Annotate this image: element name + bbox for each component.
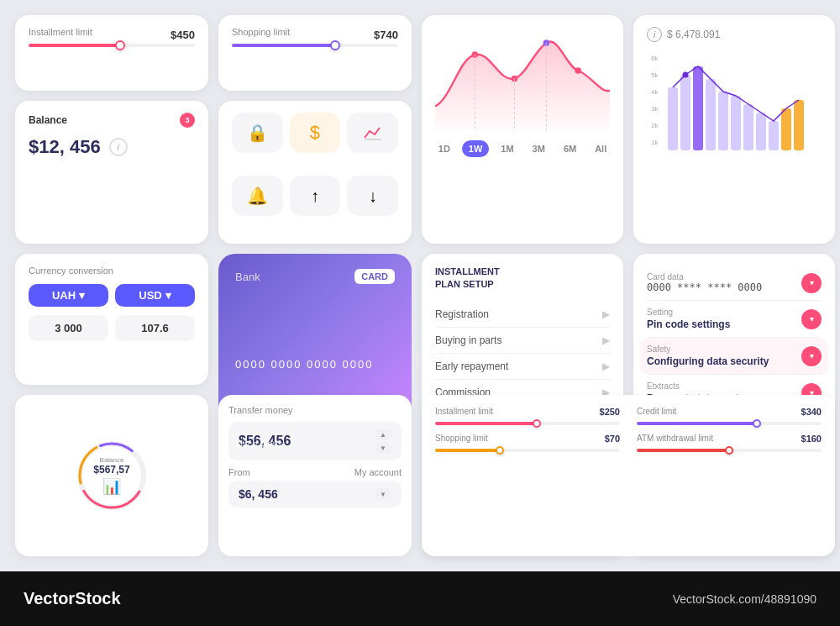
shopping-limit-value: $740: [374, 29, 398, 41]
plan-item-registration[interactable]: Registration ▶: [435, 302, 610, 328]
shopping-limit-card: Shopping limit $740: [218, 15, 412, 91]
balance-amount: $12, 456: [29, 136, 101, 158]
time-btn-3m[interactable]: 3M: [526, 140, 552, 157]
from-expand-btn[interactable]: ▼: [375, 488, 391, 500]
card-holder: Mitch Moris: [235, 439, 395, 449]
installment-slider-track[interactable]: [29, 44, 195, 47]
info-card-header: i $ 6,478.091: [647, 27, 822, 42]
extracts-sub: Etxtracts: [647, 381, 745, 391]
svg-point-3: [575, 67, 581, 74]
notification-badge[interactable]: 3: [180, 113, 195, 128]
svg-rect-13: [668, 87, 678, 150]
shopping-slider-thumb[interactable]: [330, 40, 340, 50]
credit-bar-thumb: [753, 419, 761, 428]
upload-icon-btn[interactable]: ↑: [290, 176, 341, 216]
balance-info-button[interactable]: i: [109, 138, 128, 156]
to-currency-value[interactable]: 107.6: [115, 315, 195, 341]
from-amount-row: $6, 456 ▼: [228, 481, 402, 508]
from-account: My account: [354, 467, 402, 477]
svg-text:4k: 4k: [651, 88, 659, 96]
from-currency-select[interactable]: UAH ▾: [29, 284, 108, 307]
atm-bar: [637, 449, 822, 452]
credit-bar: [637, 422, 822, 425]
shopping-bar-thumb: [496, 446, 504, 455]
limit-installment-item: Installment limit $250: [435, 407, 620, 425]
lock-icon-btn[interactable]: 🔒: [232, 113, 283, 153]
bar-chart: 6k 5k 4k 3k 2k 1k: [647, 45, 815, 155]
svg-rect-16: [706, 79, 716, 150]
pin-expand[interactable]: ▾: [801, 309, 822, 329]
limits-grid: Installment limit $250 Credit limit $340: [435, 407, 822, 452]
plan-title: INSTALLMENTPLAN SETUP: [435, 266, 610, 292]
time-btn-all[interactable]: All: [588, 140, 613, 157]
installment-bar: [435, 422, 620, 425]
time-btn-1w[interactable]: 1W: [462, 140, 490, 157]
svg-rect-18: [731, 96, 741, 150]
action-icons-card: 🔒 $ 🔔 ↑ ↓: [218, 101, 412, 244]
from-currency-value[interactable]: 3 000: [29, 315, 108, 341]
dollar-icon-btn[interactable]: $: [290, 113, 341, 153]
bank-card-top: Bank CARD: [235, 269, 395, 284]
time-btn-6m[interactable]: 6M: [557, 140, 583, 157]
download-icon-btn[interactable]: ↓: [347, 176, 398, 216]
from-stepper: ▼: [375, 488, 391, 500]
info-card-value: $ 6,478.091: [667, 29, 720, 40]
shopping-slider-track[interactable]: [232, 44, 398, 47]
svg-rect-17: [718, 92, 728, 150]
balance-label-text: Balance: [29, 114, 67, 126]
from-row: From My account: [228, 467, 402, 477]
pin-sub: Setting: [647, 308, 730, 317]
limit-atm-item: ATM withdrawal limit $160: [637, 434, 822, 452]
footer: VectorStock VectorStock.com/48891090: [0, 571, 840, 626]
balance-amount-row: $12, 456 i: [29, 136, 195, 158]
plan-item-buying[interactable]: Buying in parts ▶: [435, 328, 610, 354]
svg-point-24: [683, 72, 689, 78]
limits-bottom-card: Installment limit $250 Credit limit $340: [422, 395, 835, 556]
bar-chart-icon: 📊: [93, 477, 129, 496]
svg-text:2k: 2k: [651, 122, 659, 129]
from-label: From: [228, 467, 250, 477]
time-btn-1m[interactable]: 1M: [494, 140, 520, 157]
currency-conversion-card: Currency conversion UAH ▾ USD ▾ 3 000 10…: [15, 254, 208, 385]
info-stats-card: i $ 6,478.091 6k 5k 4k 3k 2k 1k: [633, 15, 835, 244]
bank-name: Bank: [235, 271, 260, 283]
transfer-label: Transfer money: [228, 405, 402, 415]
safety-sub: Safety: [647, 345, 769, 354]
footer-url: VectorStock.com/48891090: [673, 592, 816, 606]
safety-main: Configuring data security: [647, 355, 769, 367]
setting-pin-code: Setting Pin code settings ▾: [647, 301, 822, 338]
limit-credit-item: Credit limit $340: [637, 407, 822, 425]
to-currency-select[interactable]: USD ▾: [115, 284, 195, 307]
limit-shopping-item: Shopping limit $70: [435, 434, 620, 452]
svg-rect-15: [693, 66, 703, 150]
chart-icon-btn[interactable]: [347, 113, 398, 153]
svg-text:1k: 1k: [651, 139, 659, 146]
balance-circle-label: Balance: [93, 456, 129, 464]
setting-safety: Safety Configuring data security ▾: [640, 338, 828, 375]
card-data-expand[interactable]: ▾: [801, 273, 822, 293]
balance-circle-text: Balance $567,57 📊: [93, 456, 129, 496]
svg-text:3k: 3k: [651, 105, 659, 113]
bell-icon-btn[interactable]: 🔔: [232, 176, 283, 216]
card-number: 0000 0000 0000 0000: [235, 358, 395, 371]
chevron-down-icon-2: ▾: [165, 289, 171, 302]
balance-circle-container: Balance $567,57 📊: [74, 438, 150, 513]
svg-rect-19: [743, 104, 753, 150]
pin-main: Pin code settings: [647, 318, 730, 330]
balance-card: Balance 3 $12, 456 i: [15, 101, 208, 244]
footer-brand: VectorStock: [24, 589, 121, 608]
currency-selects-row: UAH ▾ USD ▾: [29, 284, 195, 307]
main-chart-card: 1D 1W 1M 3M 6M All: [422, 15, 623, 244]
safety-expand[interactable]: ▾: [801, 346, 822, 366]
card-data-sub: Card data: [647, 272, 762, 281]
from-amount: $6, 456: [239, 487, 278, 501]
currency-label: Currency conversion: [29, 266, 195, 276]
svg-rect-20: [756, 113, 766, 150]
currency-values-row: 3 000 107.6: [29, 315, 195, 341]
plan-item-early-repayment[interactable]: Early repayment ▶: [435, 354, 610, 380]
svg-rect-23: [794, 100, 804, 150]
installment-slider-thumb[interactable]: [115, 40, 125, 50]
card-data-value: 0000 **** **** 0000: [647, 281, 762, 293]
time-btn-1d[interactable]: 1D: [432, 140, 457, 157]
transfer-money-card: Transfer money $56, 456 ▲ ▼ From My acco…: [218, 395, 412, 556]
